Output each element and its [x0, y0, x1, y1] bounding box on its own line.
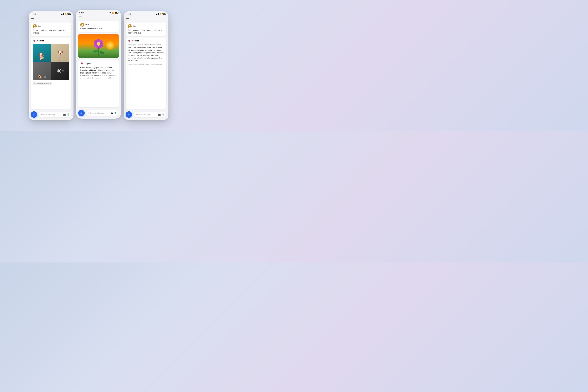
svg-point-9 [81, 25, 83, 26]
input-placeholder-center: Ask me anything... [88, 112, 104, 114]
input-icons-center: 📷 🎙️ [111, 112, 117, 114]
copilot-name-left: Copilot [37, 40, 44, 42]
wifi-icon-left: 📶 [64, 13, 66, 15]
mic-icon-left[interactable]: 🎙️ [67, 113, 70, 116]
status-icons-left: 📶 [61, 13, 70, 15]
hamburger-icon-center[interactable] [79, 16, 82, 18]
copilot-header-left: Copilot [33, 39, 70, 42]
status-bar-center: 12:15 📶 [76, 10, 121, 15]
flower-image-container [78, 34, 119, 58]
copilot-story-p1: Once upon a time, in a tranquil pond nes… [128, 44, 164, 62]
svg-point-18 [97, 42, 100, 46]
nav-bar-center: ··· [76, 15, 121, 20]
phone-left: 12:15 📶 ··· [29, 11, 74, 120]
wifi-icon-right: 📶 [160, 13, 162, 15]
avatar-center [80, 23, 84, 26]
copilot-bubble-right: Copilot Once upon a time, in a tranquil … [126, 38, 166, 109]
status-icons-center: 📶 [109, 12, 118, 14]
copilot-logo-right [128, 39, 131, 42]
copilot-response-center: Based on the image you sent, I think the… [80, 66, 117, 80]
dog-img-2: 🐶 🎵 [51, 44, 70, 62]
user-header-right: You [128, 24, 164, 28]
input-field-center[interactable]: Ask me anything... 📷 🎙️ [86, 110, 119, 116]
signal-icon-right [156, 14, 159, 15]
avatar-right [128, 24, 132, 28]
hamburger-icon-left[interactable] [31, 18, 34, 20]
user-name-right: You [133, 25, 136, 27]
copilot-name-right: Copilot [132, 40, 139, 42]
input-field-right[interactable]: Ask me anything... 📷 🎙️ [134, 112, 166, 117]
chat-area-center: You What kind of flower is this? [76, 20, 121, 108]
user-header-center: You [80, 23, 117, 26]
more-options-right[interactable]: ··· [162, 17, 166, 20]
battery-icon-left [67, 14, 70, 15]
copilot-bubble-left: Copilot 🐕 🎤 🐶 🎵 [31, 38, 72, 109]
input-field-left[interactable]: Ask me anything... 📷 🎙️ [39, 112, 72, 117]
copilot-story-p2: Despite their different worlds, Finley a… [128, 64, 164, 66]
dog-img-1: 🐕 🎤 [33, 44, 51, 62]
input-area-center: + Ask me anything... 📷 🎙️ [76, 108, 121, 118]
status-bar-left: 12:15 📶 [29, 11, 74, 16]
svg-point-2 [34, 27, 36, 28]
more-options-center[interactable]: ··· [115, 16, 118, 19]
phone-center: 12:15 📶 ··· [76, 10, 121, 118]
input-placeholder-left: Ask me anything... [41, 113, 56, 116]
svg-rect-19 [98, 48, 99, 56]
copilot-bubble-center: Copilot Based on the image you sent, I t… [78, 60, 119, 108]
input-icons-right: 📷 🎙️ [158, 113, 164, 116]
status-time-left: 12:15 [32, 13, 36, 15]
powered-badge: ⬡ Powered by DALL•E 3 [33, 82, 52, 85]
status-time-right: 12:15 [126, 13, 132, 15]
input-icons-left: 📷 🎙️ [63, 113, 70, 116]
mic-icon-right[interactable]: 🎙️ [162, 113, 164, 116]
dog-image-grid: 🐕 🎤 🐶 🎵 🐕 🎤 [33, 44, 70, 80]
user-text-center: What kind of flower is this? [80, 28, 117, 30]
copilot-fab-center[interactable]: + [78, 110, 85, 116]
user-bubble-left: You Create a realistic image of a happy … [31, 22, 72, 36]
copilot-story-container: Once upon a time, in a tranquil pond nes… [128, 44, 164, 66]
input-area-left: + Ask me anything... 📷 🎙️ [29, 110, 74, 120]
signal-icon-center [109, 12, 111, 14]
input-area-right: + Ask me anything... 📷 🎙️ [124, 110, 168, 120]
user-bubble-right: You Write an original fable about a fish… [126, 22, 166, 36]
phones-container: 12:15 📶 ··· [26, 8, 172, 123]
svg-point-27 [129, 25, 130, 26]
battery-icon-center [115, 12, 118, 14]
avatar-left [33, 24, 36, 28]
copilot-fab-right[interactable]: + [126, 111, 132, 118]
signal-icon-left [61, 14, 64, 15]
wifi-icon-center: 📶 [112, 12, 114, 14]
svg-point-11 [106, 41, 114, 50]
more-options-left[interactable]: ··· [68, 17, 71, 20]
user-bubble-center: You What kind of flower is this? [78, 21, 119, 32]
copilot-text-center: Based on the image you sent, I think the… [80, 66, 117, 80]
camera-icon-center[interactable]: 📷 [111, 112, 113, 114]
copilot-header-right: Copilot [128, 39, 164, 42]
phone-right: 12:15 📶 ··· [124, 11, 168, 120]
camera-icon-left[interactable]: 📷 [63, 113, 66, 116]
nav-bar-right: ··· [124, 16, 168, 21]
user-name-center: You [85, 24, 89, 26]
mic-icon-center[interactable]: 🎙️ [114, 112, 117, 114]
svg-point-28 [128, 27, 131, 28]
input-placeholder-right: Ask me anything... [136, 113, 152, 116]
user-name-left: You [38, 25, 41, 27]
copilot-name-center: Copilot [85, 62, 91, 64]
hamburger-icon-right[interactable] [126, 18, 130, 20]
copilot-header-center: Copilot [80, 62, 117, 65]
dog-img-3: 🐕 🎤 [33, 62, 51, 80]
copilot-logo-left [33, 39, 36, 42]
status-time-center: 12:15 [79, 12, 84, 14]
flower-image [78, 34, 119, 58]
user-text-left: Create a realistic image of a happy dog … [33, 29, 70, 34]
svg-point-1 [34, 25, 35, 26]
camera-icon-right[interactable]: 📷 [158, 113, 161, 116]
copilot-logo-center [80, 62, 84, 65]
user-header-left: You [33, 24, 70, 28]
dog-img-4: 🐩 🎵 [51, 62, 70, 80]
chat-area-right: You Write an original fable about a fish… [124, 21, 168, 110]
battery-icon-right [162, 14, 166, 15]
status-icons-right: 📶 [156, 13, 166, 15]
chat-area-left: You Create a realistic image of a happy … [29, 21, 74, 110]
copilot-fab-left[interactable]: + [31, 111, 37, 118]
